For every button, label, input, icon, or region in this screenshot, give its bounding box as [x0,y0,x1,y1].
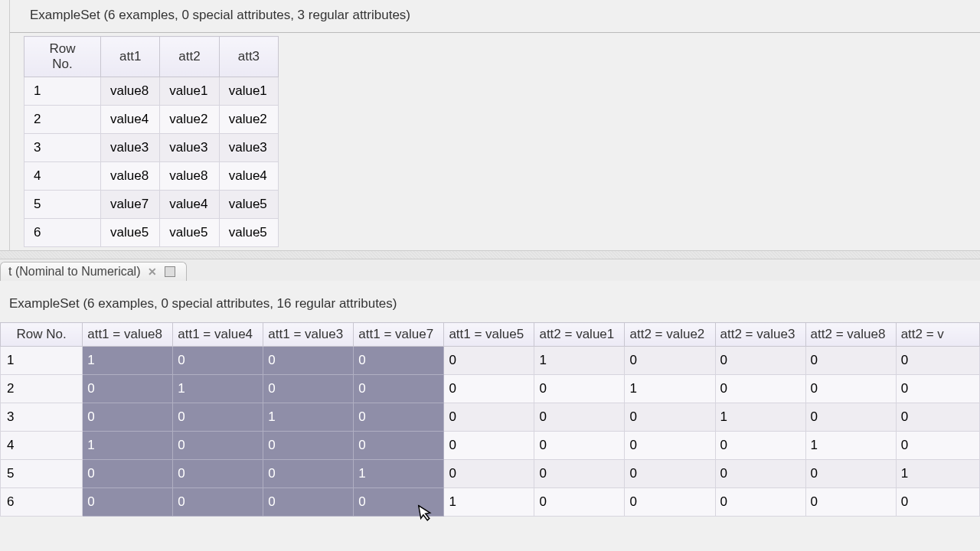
data-cell[interactable]: 1 [896,460,979,488]
data-cell[interactable]: 0 [444,432,534,460]
col-header[interactable]: att1 = value4 [173,323,263,347]
data-cell[interactable]: value8 [101,77,160,106]
data-cell[interactable]: 1 [444,488,534,517]
panel-divider[interactable] [0,250,980,259]
data-cell[interactable]: 0 [173,347,263,375]
data-cell[interactable]: 1 [263,403,354,432]
data-cell[interactable]: 0 [83,488,173,517]
data-cell[interactable]: 0 [805,375,896,403]
data-cell[interactable]: 0 [534,375,625,403]
data-cell[interactable]: 0 [444,347,534,375]
col-att3[interactable]: att3 [219,37,278,77]
col-header[interactable]: att1 = value3 [263,323,354,347]
data-cell[interactable]: 0 [173,432,263,460]
data-cell[interactable]: 0 [715,460,805,488]
data-cell[interactable]: 0 [805,347,896,375]
col-rowno[interactable]: Row No. [1,323,83,347]
data-cell[interactable]: 0 [896,403,979,432]
data-cell[interactable]: 0 [896,375,979,403]
restore-icon[interactable] [165,266,175,277]
table-row[interactable]: 1value8value1value1 [24,77,279,106]
data-cell[interactable]: value1 [219,77,278,106]
col-att1[interactable]: att1 [101,37,160,77]
data-cell[interactable]: 0 [534,432,625,460]
col-header[interactable]: att1 = value7 [354,323,444,347]
table-row[interactable]: 6value5value5value5 [24,219,279,247]
col-header[interactable]: att2 = v [896,323,979,347]
table-row[interactable]: 60000100000 [1,488,980,517]
table-row[interactable]: 20100001000 [1,375,980,403]
table-row[interactable]: 11000010000 [1,347,980,375]
data-cell[interactable]: value2 [160,106,219,134]
data-cell[interactable]: 0 [173,460,263,488]
table-row[interactable]: 41000000010 [1,432,980,460]
data-cell[interactable]: 0 [354,488,444,517]
data-cell[interactable]: 0 [896,432,979,460]
data-cell[interactable]: 0 [715,347,805,375]
data-cell[interactable]: 0 [534,460,625,488]
table-row[interactable]: 30010000100 [1,403,980,432]
data-cell[interactable]: 1 [354,460,444,488]
col-header[interactable]: att1 = value8 [83,323,173,347]
data-cell[interactable]: 0 [625,460,715,488]
data-cell[interactable]: value8 [101,162,160,191]
data-cell[interactable]: 0 [625,347,715,375]
table-row[interactable]: 5value7value4value5 [24,191,279,219]
data-cell[interactable]: 1 [625,375,715,403]
data-cell[interactable]: 0 [625,432,715,460]
data-cell[interactable]: value5 [219,191,278,219]
data-cell[interactable]: 1 [805,432,896,460]
data-cell[interactable]: 0 [896,488,979,517]
data-cell[interactable]: 0 [715,432,805,460]
data-cell[interactable]: 0 [896,347,979,375]
data-cell[interactable]: 0 [534,403,625,432]
data-cell[interactable]: 1 [83,432,173,460]
data-cell[interactable]: value4 [101,106,160,134]
data-cell[interactable]: value2 [219,106,278,134]
data-cell[interactable]: 0 [173,488,263,517]
data-cell[interactable]: value3 [160,134,219,162]
data-cell[interactable]: 0 [354,375,444,403]
data-cell[interactable]: 0 [354,347,444,375]
data-cell[interactable]: 0 [805,488,896,517]
data-cell[interactable]: 0 [625,488,715,517]
data-cell[interactable]: value4 [160,191,219,219]
tab-nominal-to-numerical[interactable]: t (Nominal to Numerical) ✕ [0,262,187,281]
data-cell[interactable]: 0 [354,403,444,432]
data-cell[interactable]: value8 [160,162,219,191]
col-att2[interactable]: att2 [160,37,219,77]
data-cell[interactable]: value3 [219,134,278,162]
data-cell[interactable]: value7 [101,191,160,219]
data-cell[interactable]: 0 [444,403,534,432]
data-cell[interactable]: 0 [444,375,534,403]
col-rowno[interactable]: Row No. [24,37,101,77]
data-cell[interactable]: 0 [263,488,354,517]
data-cell[interactable]: 0 [263,375,354,403]
table-row[interactable]: 2value4value2value2 [24,106,279,134]
data-cell[interactable]: 0 [625,403,715,432]
data-cell[interactable]: 1 [173,375,263,403]
data-cell[interactable]: value5 [219,219,278,247]
table-row[interactable]: 50001000001 [1,460,980,488]
data-cell[interactable]: 0 [83,460,173,488]
data-cell[interactable]: 0 [263,432,354,460]
data-cell[interactable]: 0 [534,488,625,517]
close-icon[interactable]: ✕ [148,266,157,278]
data-cell[interactable]: 1 [715,403,805,432]
col-header[interactable]: att1 = value5 [444,323,534,347]
data-cell[interactable]: 0 [444,460,534,488]
col-header[interactable]: att2 = value2 [625,323,715,347]
col-header[interactable]: att2 = value3 [715,323,805,347]
data-cell[interactable]: 0 [715,488,805,517]
col-header[interactable]: att2 = value1 [534,323,625,347]
data-cell[interactable]: 0 [83,375,173,403]
data-cell[interactable]: 0 [263,347,354,375]
data-cell[interactable]: 0 [173,403,263,432]
table-row[interactable]: 3value3value3value3 [24,134,279,162]
data-cell[interactable]: 0 [805,403,896,432]
col-header[interactable]: att2 = value8 [805,323,896,347]
table-row[interactable]: 4value8value8value4 [24,162,279,191]
data-cell[interactable]: 1 [534,347,625,375]
data-cell[interactable]: value4 [219,162,278,191]
data-cell[interactable]: 0 [715,375,805,403]
